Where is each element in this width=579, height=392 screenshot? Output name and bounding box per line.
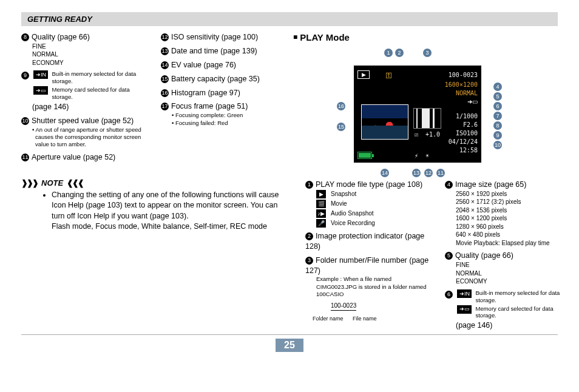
label: EV value (page 76) (171, 61, 236, 69)
icon-label: Audio Snapshot (331, 209, 374, 218)
label: PLAY mode file type (page 108) (316, 180, 422, 189)
page-ref: (page 146) (456, 320, 572, 331)
protect-key-icon: ⚿ (385, 72, 392, 79)
sub: Movie Playback: Elapsed play time (456, 239, 572, 248)
bullet-15: 15 (161, 75, 169, 83)
lcd-screen: ▶ ⚿ 100-0023 1600×1200 NORMAL ➜▭ ☑ +1.0 … (354, 66, 481, 163)
memory-card-icon: ➜▭ (457, 305, 472, 314)
note-text: • An out of range aperture or shutter sp… (32, 126, 146, 149)
label: Date and time (page 139) (171, 47, 257, 55)
note-body: Changing the setting of any one of the f… (52, 191, 279, 220)
flash-icon: ⚡ (415, 152, 418, 159)
snapshot-icon: ▶ (316, 190, 326, 198)
page-ref: (page 146) (32, 102, 146, 112)
item-quality: 8Quality (page 66) FINE NORMAL ECONOMY (21, 32, 146, 67)
memory-indicator-icon: ➜▭ (467, 98, 478, 105)
sub: 2048 × 1536 pixels (456, 206, 572, 215)
label: Folder number/File number (page 127) (305, 256, 428, 275)
callout-15: 15 (337, 123, 345, 131)
bullet-text: • Focusing complete: Green (172, 112, 282, 119)
icon-text: Memory card selected for data storage. (475, 305, 560, 320)
thumbnail-image (361, 104, 408, 140)
bullet-12: 12 (161, 33, 169, 41)
label: Histogram (page 97) (171, 89, 240, 97)
memory-card-icon: ➜▭ (33, 86, 48, 95)
label: Image protection indicator (page 128) (305, 232, 424, 251)
lcd-shutter: 1/1000 (456, 113, 478, 120)
sub: 1280 × 960 pixels (456, 223, 572, 231)
sub: ECONOMY (456, 277, 572, 286)
lcd-aperture: F2.6 (463, 121, 478, 128)
bullet-13: 13 (161, 47, 169, 55)
item-shutter: 10Shutter speed value (page 52) • An out… (21, 116, 146, 149)
right-column-1: 1PLAY mode file type (page 108) ▶Snapsho… (305, 180, 433, 334)
note-decor-right (67, 178, 83, 188)
left-column-1: 8Quality (page 66) FINE NORMAL ECONOMY 9… (21, 32, 146, 166)
callout-14: 14 (381, 169, 389, 177)
bullet-text: • Focusing failed: Red (172, 120, 282, 127)
bullet-17: 17 (161, 103, 169, 110)
bullet-9: 9 (21, 72, 29, 79)
callout-2: 2 (395, 49, 404, 57)
bullet-3: 3 (305, 257, 313, 265)
callout-12: 12 (424, 169, 433, 177)
bullet-11: 11 (21, 154, 29, 161)
lcd-date: 04/12/24 (449, 138, 478, 145)
label: Quality (page 66) (455, 251, 513, 260)
lcd-iso: ISO100 (456, 130, 478, 137)
icon-text: Built-in memory selected for data storag… (475, 289, 560, 304)
movie-icon: 🎬 (316, 200, 326, 208)
internal-memory-icon: ➜IN (33, 70, 48, 79)
play-mode-title: ■PLAY Mode (293, 32, 572, 42)
bullet-4: 4 (445, 181, 453, 189)
label: Quality (page 66) (32, 33, 90, 41)
section-header: GETTING READY (21, 12, 558, 26)
callout-7: 7 (493, 112, 502, 120)
footer-rule (21, 334, 558, 335)
note-decor-left (21, 178, 38, 188)
callout-4: 4 (493, 83, 502, 91)
item-aperture: 11Aperture value (page 52) (21, 152, 146, 163)
icon-text: Built-in memory selected for data storag… (52, 70, 137, 85)
right-column-2: 4Image size (page 65) 2560 × 1920 pixels… (445, 180, 572, 334)
fd-number: 100-0023 (331, 302, 356, 311)
item-memory: 9 ➜IN Built-in memory selected for data … (21, 70, 146, 112)
left-column-2: 12ISO sensitivity (page 100) 13Date and … (161, 32, 282, 166)
example-note: Example : When a file named CIMG0023.JPG… (305, 275, 433, 298)
label: Aperture value (page 52) (32, 153, 115, 161)
lcd-ev-icon: ☑ (415, 131, 418, 138)
icon-text: Memory card selected for data storage. (52, 86, 137, 101)
lcd-ev: +1.0 (425, 131, 440, 138)
callout-8: 8 (493, 121, 502, 130)
histogram-icon (413, 108, 441, 129)
audio-snapshot-icon: ♪▶ (316, 209, 326, 218)
bullet-8: 8 (21, 33, 29, 41)
icon-label: Movie (331, 200, 347, 208)
lcd-quality: NORMAL (456, 90, 478, 96)
sub: FINE (32, 42, 146, 51)
icon-label: Voice Recording (331, 219, 375, 228)
bullet-16: 16 (161, 89, 169, 97)
label: Battery capacity (page 35) (171, 75, 260, 83)
fd-file-label: File name (353, 315, 377, 322)
folder-file-diagram: 100-0023 Folder name File name (316, 302, 433, 323)
bullet-14: 14 (161, 61, 169, 69)
sub: 2560 × 1712 (3:2) pixels (456, 198, 572, 206)
lcd-diagram: 1 2 3 16 15 4 5 6 7 8 9 10 14 13 12 11 ▶… (293, 47, 548, 175)
sub: 640 × 480 pixels (456, 231, 572, 239)
note-section: NOTE Changing the setting of any one of … (21, 178, 282, 232)
bullet-5: 5 (445, 252, 453, 260)
bullet-6: 6 (445, 291, 453, 299)
page-content: 8Quality (page 66) FINE NORMAL ECONOMY 9… (21, 32, 558, 334)
callout-10: 10 (493, 141, 502, 149)
wb-icon: ☀ (425, 152, 429, 159)
label: Image size (page 65) (455, 180, 526, 189)
label: Focus frame (page 51) (171, 102, 248, 110)
note-heading: NOTE (41, 178, 63, 188)
lcd-resolution: 1600×1200 (445, 81, 478, 88)
bullet-1: 1 (305, 181, 313, 189)
callout-9: 9 (493, 131, 502, 140)
label: ISO sensitivity (page 100) (171, 33, 258, 41)
callout-16: 16 (337, 102, 345, 110)
lcd-folder-file: 100-0023 (449, 72, 478, 78)
